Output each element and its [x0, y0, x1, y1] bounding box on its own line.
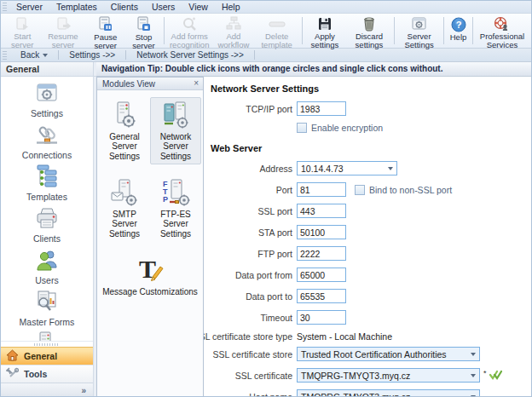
chevron-down-icon[interactable] — [385, 162, 396, 175]
network-server-icon — [161, 101, 190, 132]
resume-server-button: Resume server — [41, 14, 86, 47]
sidebar-item-users[interactable]: Users — [1, 247, 93, 285]
ssl-certificate-label: SSL certificate — [211, 371, 292, 381]
ssl-port-input[interactable] — [297, 204, 346, 218]
close-icon[interactable]: × — [194, 79, 199, 88]
module-message-customizations[interactable]: T Message Customizations — [99, 252, 201, 300]
toolbar-separator — [302, 17, 303, 44]
store-type-value: System - Local Machine — [297, 331, 392, 342]
chevron-down-icon[interactable] — [467, 369, 479, 382]
tcp-port-label: TCP/IP port — [211, 104, 292, 114]
address-combobox[interactable]: 10.14.4.73 — [297, 161, 397, 175]
settings-icon — [34, 80, 60, 107]
sidebar-item-settings[interactable]: Settings — [1, 80, 93, 118]
menu-item-help[interactable]: Help — [215, 1, 247, 13]
app-window: Server Templates Clients Users View Help… — [0, 0, 532, 397]
pause-server-button[interactable]: Pause server — [85, 14, 125, 47]
nav-pane-options: » — [1, 383, 93, 397]
breadcrumb: Back Settings ->> Network Server Setting… — [1, 49, 531, 62]
clients-icon — [34, 205, 60, 233]
back-button[interactable]: Back — [10, 49, 58, 61]
data-port-to-input[interactable] — [297, 289, 346, 303]
timeout-input[interactable] — [297, 310, 346, 325]
templates-icon — [34, 164, 60, 191]
breadcrumb-grip[interactable] — [3, 51, 7, 60]
sta-port-input[interactable] — [297, 225, 346, 239]
green-double-check-icon — [489, 369, 502, 382]
toolbar-separator — [443, 17, 444, 44]
add-workflow-icon — [226, 16, 241, 32]
menu-item-templates[interactable]: Templates — [49, 1, 104, 13]
module-general-server-settings[interactable]: General Server Settings — [99, 97, 150, 164]
menu-grip[interactable] — [3, 3, 7, 12]
tools-icon — [6, 367, 19, 381]
ftp-port-label: FTP port — [211, 249, 292, 259]
ftp-port-input[interactable] — [297, 246, 346, 261]
connections-icon — [34, 122, 60, 149]
back-dropdown-icon — [43, 54, 48, 57]
sidebar-item-templates[interactable]: Templates — [1, 164, 93, 202]
pane-resize-grip[interactable] — [1, 341, 93, 347]
sidebar-item-clients[interactable]: Clients — [1, 205, 93, 244]
chevron-collapse-icon[interactable]: » — [81, 386, 86, 395]
help-button[interactable]: ? Help — [446, 14, 471, 47]
bind-non-ssl-checkbox[interactable] — [355, 185, 365, 195]
nav-general[interactable]: General — [1, 347, 93, 365]
discard-settings-button[interactable]: Discard settings — [346, 14, 393, 47]
module-smtp-server-settings[interactable]: SMTP Server Settings — [99, 175, 150, 242]
start-server-button: Start server — [4, 14, 41, 47]
chevron-down-icon[interactable] — [467, 390, 479, 397]
certificate-asterisk: * — [483, 369, 487, 377]
sidebar-item-connections[interactable]: Connections — [1, 122, 93, 160]
nav-tools[interactable]: Tools — [1, 365, 93, 383]
help-icon: ? — [451, 16, 466, 32]
module-ftp-es-server-settings[interactable]: FTP FTP-ES Server Settings — [150, 175, 201, 242]
ssl-certificate-combobox[interactable]: TMQPRG-TMYQT3.myq.cz — [297, 368, 480, 383]
apply-settings-icon — [317, 16, 332, 32]
sidebar-item-master-forms[interactable]: Master Forms — [1, 289, 93, 327]
users-icon — [34, 247, 60, 274]
ssl-certificate-store-combobox[interactable]: Trusted Root Certification Authorities — [297, 347, 480, 361]
menu-item-server[interactable]: Server — [9, 1, 49, 13]
start-server-icon — [14, 16, 30, 32]
tcp-port-input[interactable] — [297, 101, 346, 116]
left-sidebar: Settings Connections Templates — [1, 77, 94, 397]
menu-item-view[interactable]: View — [182, 1, 215, 13]
port-input[interactable] — [297, 182, 346, 197]
add-forms-recognition-button: Add forms recognition — [165, 14, 213, 47]
port-label: Port — [211, 185, 292, 195]
delete-template-icon — [268, 16, 286, 32]
svg-text:P: P — [163, 195, 168, 204]
menu-item-clients[interactable]: Clients — [104, 1, 145, 13]
host-name-combobox[interactable]: TMQPRG-TMYQT3.myq.cz — [297, 389, 480, 397]
chevron-down-icon[interactable] — [467, 348, 479, 360]
add-workflow-button: Add workflow — [213, 14, 253, 47]
add-forms-recognition-icon — [182, 16, 197, 32]
enable-encryption-checkbox[interactable] — [297, 123, 307, 133]
log-icon — [34, 331, 60, 341]
left-panel-header: General — [1, 62, 94, 77]
host-name-label: Host name — [211, 392, 292, 397]
data-port-to-label: Data port to — [211, 291, 292, 302]
modules-view-header: Modules View × — [97, 78, 203, 90]
address-label: Address — [211, 164, 292, 174]
module-network-server-settings[interactable]: Network Server Settings — [150, 97, 201, 164]
home-icon — [6, 349, 19, 363]
menu-item-users[interactable]: Users — [145, 1, 182, 13]
data-port-from-input[interactable] — [297, 268, 346, 282]
master-forms-icon — [34, 289, 60, 316]
toolbar-separator — [394, 17, 395, 44]
professional-services-icon — [494, 16, 510, 32]
stop-server-button[interactable]: Stop server — [125, 14, 161, 47]
sidebar-item-log[interactable]: Log — [1, 331, 93, 341]
apply-settings-button[interactable]: Apply settings — [304, 14, 345, 47]
server-settings-icon — [411, 16, 427, 32]
server-settings-button[interactable]: Server Settings — [396, 14, 442, 47]
resume-server-icon — [55, 16, 71, 32]
bind-non-ssl-label: Bind to non-SSL port — [369, 185, 452, 195]
general-server-icon — [110, 101, 139, 132]
professional-services-button[interactable]: Professional Services — [475, 14, 529, 47]
cert-store-label: SSL certificate store — [207, 349, 292, 360]
breadcrumb-settings[interactable]: Settings ->> — [59, 49, 125, 61]
breadcrumb-network-server-settings[interactable]: Network Server Settings ->> — [126, 49, 254, 61]
